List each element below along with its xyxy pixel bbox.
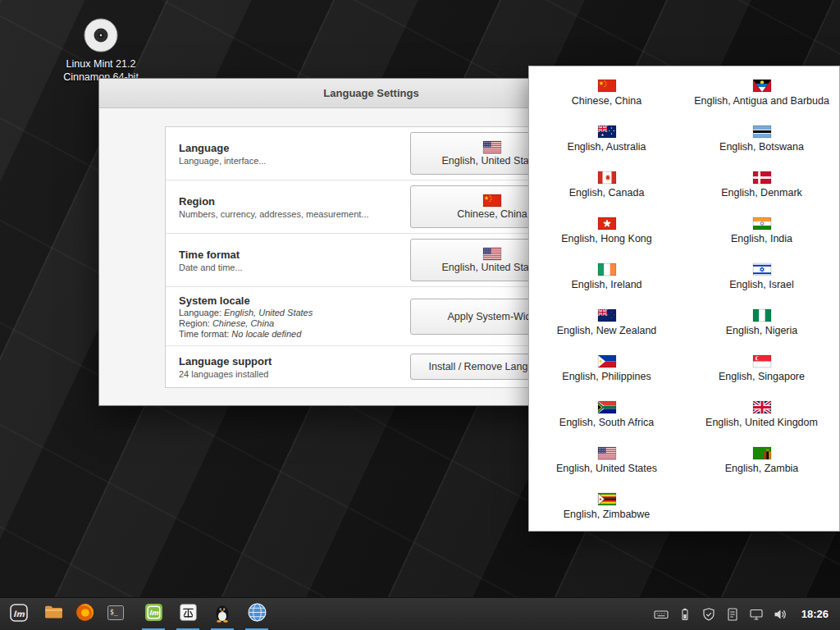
us-flag-icon: [598, 447, 616, 459]
ng-flag-icon: [753, 309, 771, 322]
language-option[interactable]: English, Israel: [684, 253, 839, 299]
row-title-time-format: Time format: [179, 249, 243, 261]
language-option[interactable]: English, Denmark: [684, 162, 839, 208]
mint-install-icon: lm: [144, 602, 164, 626]
il-flag-icon: [753, 263, 771, 276]
row-title-language-support: Language support: [179, 355, 272, 368]
language-option[interactable]: English, Nigeria: [684, 299, 839, 345]
taskbar: lm$_ lm 18:26: [0, 597, 840, 630]
language-option-label: English, Antigua and Barbuda: [694, 95, 829, 107]
language-option-label: English, Zimbabwe: [564, 509, 651, 520]
document-tray-icon[interactable]: [725, 607, 740, 622]
dk-flag-icon: [753, 171, 771, 184]
menu-button[interactable]: lm: [0, 598, 38, 630]
taskbar-window-tux[interactable]: [205, 598, 240, 630]
language-option-label: English, Australia: [568, 141, 646, 153]
taskbar-window-desktop-globe[interactable]: [240, 598, 274, 630]
language-option[interactable]: Chinese, China: [529, 70, 684, 116]
au-flag-icon: [598, 126, 616, 138]
china-flag-icon: [483, 194, 501, 207]
cn-flag-icon: [598, 80, 616, 92]
ag-flag-icon: [753, 80, 771, 92]
desktop-icon-label-line1: Linux Mint 21.2: [51, 57, 151, 71]
system-locale-time-line: Time format:No locale defined: [179, 329, 313, 339]
terminal-launcher[interactable]: $_: [100, 598, 131, 630]
row-title-region: Region: [179, 195, 369, 208]
system-locale-language-line: Language:English, United States: [179, 308, 313, 317]
language-option-label: English, South Africa: [559, 417, 654, 428]
keyboard-tray-icon[interactable]: [654, 607, 669, 622]
language-option[interactable]: English, United Kingdom: [684, 391, 839, 437]
language-option-label: English, Philippines: [562, 371, 651, 382]
language-option-label: English, Nigeria: [726, 325, 798, 336]
zw-flag-icon: [598, 493, 616, 505]
language-option[interactable]: English, Botswana: [684, 116, 839, 162]
window-title: Language Settings: [323, 87, 418, 99]
files-launcher[interactable]: [38, 598, 69, 630]
language-option[interactable]: English, South Africa: [529, 391, 684, 437]
hk-flag-icon: [598, 217, 616, 230]
language-option-label: English, New Zealand: [557, 325, 657, 336]
us-flag-icon: [483, 141, 501, 153]
language-option[interactable]: English, India: [684, 208, 839, 253]
menu-icon: lm: [8, 602, 30, 627]
language-option-grid: Chinese, ChinaEnglish, Antigua and Barbu…: [529, 66, 839, 529]
language-option-label: Chinese, China: [572, 95, 641, 107]
language-option[interactable]: English, New Zealand: [529, 299, 684, 345]
volume-tray-icon[interactable]: [773, 607, 788, 622]
files-icon: [43, 602, 64, 626]
language-option-label: English, Singapore: [719, 371, 805, 382]
shield-tray-icon[interactable]: [701, 607, 716, 622]
language-option-label: English, Zambia: [725, 463, 799, 474]
language-option-label: English, United States: [556, 463, 657, 474]
us-flag-icon: [483, 141, 501, 153]
ph-flag-icon: [598, 355, 616, 368]
row-subtitle-language: Language, interface...: [179, 156, 266, 166]
taskbar-window-input-method[interactable]: [171, 598, 205, 630]
taskbar-window-mint-install[interactable]: lm: [136, 598, 171, 630]
input-method-icon: [178, 602, 199, 626]
firefox-launcher[interactable]: [69, 598, 100, 630]
cn-flag-icon: [483, 194, 501, 207]
us-flag-icon: [483, 248, 501, 260]
cd-disc-icon: [82, 16, 120, 57]
language-option[interactable]: English, United States: [529, 437, 684, 483]
language-option[interactable]: English, Hong Kong: [529, 208, 684, 253]
nz-flag-icon: [598, 309, 616, 322]
terminal-icon: $_: [106, 603, 126, 626]
ca-flag-icon: [598, 171, 616, 184]
us-flag-icon: [483, 248, 501, 260]
language-option-label: English, United Kingdom: [705, 417, 818, 428]
svg-text:$_: $_: [110, 608, 118, 615]
battery-tray-icon[interactable]: [678, 607, 692, 622]
language-option-label: English, Israel: [729, 279, 794, 290]
language-option[interactable]: English, Ireland: [529, 253, 684, 299]
system-tray: 18:26: [654, 607, 840, 622]
svg-text:lm: lm: [13, 609, 25, 618]
language-option[interactable]: English, Philippines: [529, 345, 684, 391]
language-option[interactable]: English, Zimbabwe: [529, 483, 684, 529]
language-option-label: English, Botswana: [719, 141, 804, 153]
clock[interactable]: 18:26: [801, 608, 829, 620]
network-tray-icon[interactable]: [749, 607, 764, 622]
language-option[interactable]: English, Singapore: [684, 345, 839, 391]
region-select-value: Chinese, China: [457, 208, 527, 220]
language-option[interactable]: English, Antigua and Barbuda: [684, 70, 839, 116]
zm-flag-icon: [753, 447, 771, 459]
row-subtitle-time-format: Date and time...: [179, 262, 243, 272]
desktop-icon-install-cd[interactable]: Linux Mint 21.2 Cinnamon 64-bit: [51, 16, 151, 84]
language-option[interactable]: English, Canada: [529, 162, 684, 208]
row-subtitle-language-support: 24 languages installed: [179, 369, 272, 379]
language-option[interactable]: English, Australia: [529, 116, 684, 162]
za-flag-icon: [598, 401, 616, 413]
row-title-language: Language: [179, 142, 266, 154]
language-option[interactable]: English, Zambia: [684, 437, 839, 483]
language-option-label: English, Canada: [569, 187, 645, 199]
row-title-system-locale: System locale: [179, 294, 313, 307]
language-selection-popup: Chinese, ChinaEnglish, Antigua and Barbu…: [528, 66, 840, 532]
language-option-label: English, Hong Kong: [561, 233, 652, 244]
tux-icon: [212, 602, 233, 627]
ie-flag-icon: [598, 263, 616, 276]
sg-flag-icon: [753, 355, 771, 368]
language-option-label: English, Ireland: [571, 279, 641, 290]
